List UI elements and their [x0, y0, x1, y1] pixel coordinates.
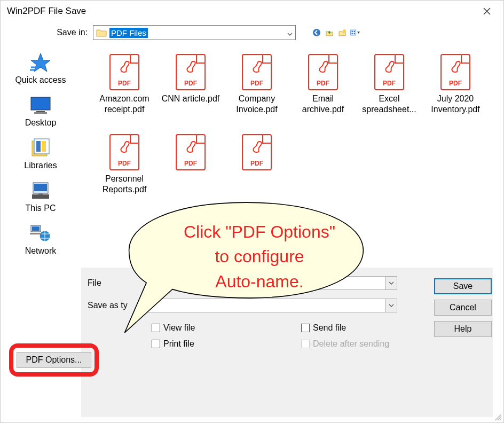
- file-item[interactable]: PDF: [224, 134, 290, 214]
- svg-rect-3: [351, 31, 352, 32]
- file-item[interactable]: PDF Company Invoice.pdf: [224, 54, 290, 134]
- save-in-value: PDF Files: [109, 28, 148, 38]
- svg-rect-8: [36, 111, 45, 112]
- sidebar-item-label: Quick access: [15, 75, 66, 85]
- dialog-buttons: Save Cancel Help: [434, 278, 492, 337]
- network-icon: [28, 223, 53, 244]
- svg-rect-4: [354, 31, 355, 32]
- savetype-field[interactable]: [146, 299, 397, 312]
- sidebar-item-label: This PC: [26, 203, 56, 213]
- sidebar-item-network[interactable]: Network: [25, 223, 57, 256]
- cancel-button[interactable]: Cancel: [434, 300, 492, 316]
- back-icon[interactable]: [312, 28, 321, 37]
- view-menu-icon[interactable]: [350, 28, 360, 37]
- pdf-file-icon: PDF: [109, 54, 139, 90]
- svg-rect-16: [32, 194, 49, 199]
- pdf-file-icon: PDF: [109, 134, 139, 170]
- resize-grip[interactable]: [493, 412, 501, 420]
- svg-rect-2: [351, 30, 356, 35]
- save-button[interactable]: Save: [434, 278, 492, 294]
- svg-rect-17: [38, 193, 43, 194]
- delete-after-sending-checkbox: Delete after sending: [301, 339, 429, 349]
- titlebar: Win2PDF File Save: [1, 1, 503, 22]
- pdf-file-icon: PDF: [176, 134, 206, 170]
- places-sidebar: Quick access Desktop Libraries This PC: [1, 46, 81, 367]
- svg-rect-15: [34, 184, 47, 191]
- file-item[interactable]: PDF Personnel Reports.pdf: [91, 134, 158, 214]
- filename-row: File: [88, 275, 486, 291]
- pdf-file-icon: PDF: [440, 54, 470, 90]
- file-save-dialog: Win2PDF File Save Save in: PDF Files: [0, 0, 504, 423]
- file-item[interactable]: PDF: [158, 134, 224, 214]
- this-pc-icon: [28, 180, 53, 201]
- new-folder-icon[interactable]: [337, 28, 347, 37]
- view-file-checkbox[interactable]: View file: [152, 323, 280, 333]
- sidebar-item-label: Network: [25, 246, 57, 256]
- lower-panel: File Save as ty View file Print file Sen…: [81, 268, 493, 417]
- sidebar-item-desktop[interactable]: Desktop: [25, 95, 57, 128]
- save-in-combo[interactable]: PDF Files: [93, 25, 296, 40]
- svg-rect-12: [36, 141, 41, 152]
- chevron-down-icon[interactable]: [385, 277, 397, 289]
- sidebar-item-this-pc[interactable]: This PC: [26, 180, 56, 213]
- window-title: Win2PDF File Save: [7, 6, 86, 17]
- file-list[interactable]: PDF Amazon.com receipt.pdf PDF CNN artic…: [81, 46, 503, 249]
- save-in-label: Save in:: [10, 28, 88, 37]
- chevron-down-icon[interactable]: [385, 299, 397, 312]
- file-item[interactable]: PDF Amazon.com receipt.pdf: [91, 54, 158, 134]
- desktop-icon: [28, 95, 53, 116]
- sidebar-item-quick-access[interactable]: Quick access: [15, 52, 66, 85]
- sidebar-item-libraries[interactable]: Libraries: [24, 137, 57, 170]
- filename-label: File: [88, 278, 141, 288]
- file-item[interactable]: PDF Email archive.pdf: [290, 54, 356, 134]
- pdf-file-icon: PDF: [374, 54, 404, 90]
- sidebar-item-label: Libraries: [24, 161, 57, 170]
- send-file-checkbox[interactable]: Send file: [301, 323, 429, 333]
- sidebar-item-label: Desktop: [25, 118, 57, 128]
- help-button[interactable]: Help: [434, 321, 492, 337]
- pdf-file-icon: PDF: [242, 54, 272, 90]
- savetype-row: Save as ty: [88, 297, 486, 314]
- folder-icon: [96, 27, 107, 38]
- svg-rect-5: [351, 33, 352, 34]
- svg-rect-6: [354, 33, 355, 34]
- toolbar-icons: [312, 28, 360, 37]
- file-item[interactable]: PDF CNN article.pdf: [158, 54, 224, 134]
- file-item[interactable]: PDF Excel spreadsheet...: [356, 54, 422, 134]
- filename-field[interactable]: [146, 276, 397, 290]
- save-in-row: Save in: PDF Files: [1, 22, 503, 46]
- pdf-file-icon: PDF: [176, 54, 206, 90]
- savetype-label: Save as ty: [88, 301, 141, 310]
- pdf-file-icon: PDF: [308, 54, 338, 90]
- svg-rect-13: [42, 141, 46, 152]
- svg-rect-21: [30, 233, 42, 234]
- pdf-file-icon: PDF: [242, 134, 272, 170]
- libraries-icon: [28, 137, 53, 159]
- file-item[interactable]: PDF July 2020 Inventory.pdf: [422, 54, 489, 134]
- chevron-down-icon[interactable]: [285, 28, 295, 37]
- svg-point-0: [313, 29, 320, 36]
- svg-rect-19: [32, 226, 40, 231]
- svg-point-1: [343, 29, 346, 33]
- quick-access-icon: [28, 52, 53, 73]
- pdf-options-button[interactable]: PDF Options...: [17, 352, 91, 368]
- svg-rect-9: [34, 112, 47, 114]
- print-file-checkbox[interactable]: Print file: [152, 339, 280, 349]
- close-button[interactable]: [477, 1, 497, 21]
- up-icon[interactable]: [325, 28, 334, 37]
- options-checkboxes: View file Print file Send file Delete af…: [88, 323, 486, 349]
- svg-rect-7: [31, 97, 50, 110]
